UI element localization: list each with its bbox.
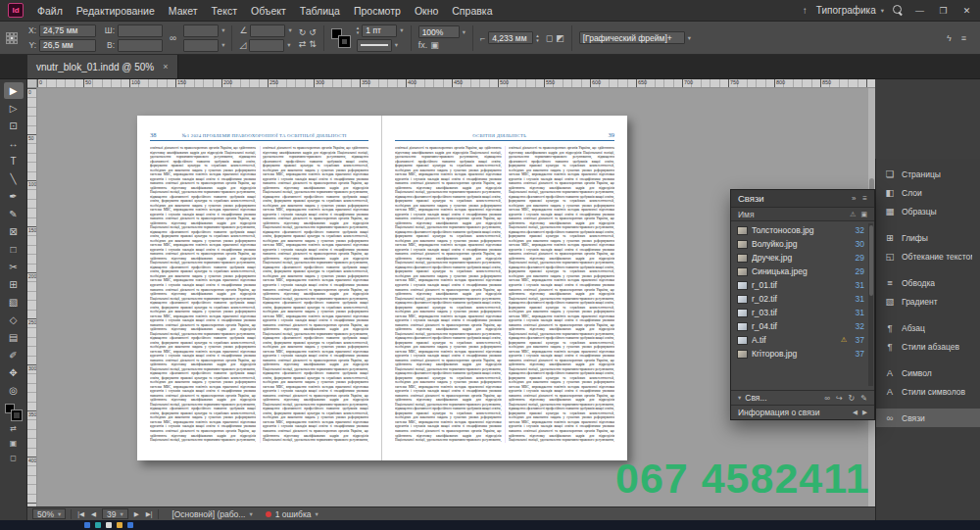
link-row[interactable]: A.tif ⚠ 37 <box>731 333 874 347</box>
link-page-number[interactable]: 31 <box>851 294 864 304</box>
gpu-performance-icon[interactable]: ϟ <box>947 33 952 43</box>
first-page-button[interactable]: |◀ <box>76 510 85 518</box>
chevron-down-icon[interactable]: ▾ <box>400 26 403 34</box>
scissors-tool[interactable]: ✂ <box>4 259 24 275</box>
link-row[interactable]: Толстоносов.jpg ⚠ 32 <box>731 223 874 237</box>
rotation-angle-field[interactable] <box>250 24 285 37</box>
gradient-feather-tool[interactable]: ◇ <box>4 312 24 328</box>
menu-edit[interactable]: Редактирование <box>70 0 162 22</box>
drop-shadow-icon[interactable]: ▣ <box>430 40 439 50</box>
modified-warning-icon[interactable]: ⚠ <box>841 336 847 344</box>
link-row[interactable]: r_01.tif ⚠ 31 <box>731 278 874 292</box>
link-page-number[interactable]: 37 <box>851 349 864 359</box>
minimize-button[interactable]: — <box>912 6 927 16</box>
link-section-label[interactable]: Свя... <box>745 393 766 403</box>
link-row[interactable]: Дручек.jpg ⚠ 29 <box>731 251 874 265</box>
panel-menu-icon[interactable]: ≡ <box>961 33 966 43</box>
menu-view[interactable]: Просмотр <box>347 0 408 22</box>
text-wrap-icon[interactable]: ◩ <box>556 33 564 43</box>
workspace-switcher[interactable]: Типографика▾ <box>816 5 884 16</box>
dock-gradient[interactable]: ▧ Градиент <box>876 292 980 311</box>
chevron-down-icon[interactable]: ▾ <box>738 394 741 402</box>
dock-pages[interactable]: ❏ Страницы <box>876 165 980 183</box>
menu-layout[interactable]: Макет <box>162 0 205 22</box>
dock-paragraph[interactable]: ¶ Абзац <box>876 318 980 337</box>
status-column-icon[interactable]: ⚠ <box>850 211 856 218</box>
effects-icon[interactable]: fx. <box>418 40 428 50</box>
direct-selection-tool[interactable]: ▷ <box>4 100 24 117</box>
dock-character[interactable]: A Символ <box>876 363 980 382</box>
update-link-icon[interactable]: ↻ <box>849 394 856 403</box>
horizontal-ruler[interactable]: 0501001502002503003504004505005506006507… <box>37 79 875 88</box>
link-page-number[interactable]: 31 <box>851 308 864 317</box>
dock-stroke[interactable]: ≡ Обводка <box>876 273 980 292</box>
dock-swatches[interactable]: ▦ Образцы <box>876 202 980 220</box>
collapse-panel-icon[interactable]: » <box>852 194 856 203</box>
menu-file[interactable]: Файл <box>30 0 70 22</box>
links-column-header[interactable]: Имя ⚠ ▣ <box>731 208 874 221</box>
link-row[interactable]: Волуйко.jpg ⚠ 30 <box>731 237 874 251</box>
link-page-number[interactable]: 29 <box>851 253 864 263</box>
constrain-proportions-icon[interactable]: ∞ <box>170 32 176 43</box>
zoom-tool[interactable]: ◎ <box>4 382 24 399</box>
link-page-number[interactable]: 32 <box>851 225 864 235</box>
free-transform-tool[interactable]: ⊞ <box>4 276 24 293</box>
scale-x-field[interactable] <box>183 24 219 37</box>
link-row[interactable]: Кгіторов.jpg ⚠ 37 <box>731 347 874 361</box>
chevron-down-icon[interactable]: ▾ <box>287 41 290 49</box>
dock-layers[interactable]: ◧ Слои <box>876 183 980 202</box>
links-scrollbar[interactable] <box>868 223 873 386</box>
apply-color-icon[interactable]: ▣ <box>4 437 24 450</box>
goto-link-icon[interactable]: ↪ <box>836 394 843 403</box>
menu-help[interactable]: Справка <box>445 0 499 22</box>
chevron-down-icon[interactable]: ▾ <box>463 28 466 36</box>
link-row[interactable]: Синицька.jpeg ⚠ 29 <box>731 265 874 278</box>
stroke-type-select[interactable] <box>357 39 392 52</box>
links-panel-header[interactable]: Связи » ≡ <box>731 190 874 208</box>
pen-tool[interactable]: ✒ <box>4 188 24 205</box>
type-tool[interactable]: T <box>4 153 24 169</box>
rotate-cw-icon[interactable]: ↻ <box>299 27 307 37</box>
vertical-ruler[interactable]: 050100150200250300350400 <box>27 88 37 506</box>
swap-fill-stroke-icon[interactable]: ⇄ <box>4 422 24 435</box>
note-tool[interactable]: ▤ <box>4 329 24 346</box>
scale-y-field[interactable] <box>183 39 219 52</box>
chevron-down-icon[interactable]: ▾ <box>395 41 398 49</box>
chevron-down-icon[interactable]: ▾ <box>221 41 224 49</box>
gradient-swatch-tool[interactable]: ▧ <box>4 294 24 311</box>
rectangle-tool[interactable]: □ <box>4 241 24 258</box>
stroke-swatch[interactable] <box>339 36 350 47</box>
page-tool[interactable]: ⊡ <box>4 118 24 134</box>
taskbar-app-5[interactable] <box>127 522 133 528</box>
link-row[interactable]: r_02.tif ⚠ 31 <box>731 292 874 306</box>
menu-object[interactable]: Объект <box>244 0 293 22</box>
rotate-ccw-icon[interactable]: ↺ <box>309 27 317 37</box>
search-icon[interactable] <box>893 5 904 16</box>
chevron-down-icon[interactable]: ▾ <box>688 34 691 42</box>
link-page-number[interactable]: 37 <box>851 335 864 345</box>
dock-links[interactable]: ∞ Связи <box>876 409 980 427</box>
link-page-number[interactable]: 31 <box>851 280 864 290</box>
shear-angle-field[interactable] <box>249 39 284 52</box>
menu-table[interactable]: Таблица <box>293 0 347 22</box>
line-tool[interactable]: ╲ <box>4 170 24 187</box>
gap-tool[interactable]: ↔ <box>4 135 24 152</box>
selection-tool[interactable]: ▶ <box>4 82 24 99</box>
panel-menu-icon[interactable]: ≡ <box>862 194 867 203</box>
dock-character-styles[interactable]: A Стили символов <box>876 382 980 401</box>
dock-paragraph-styles[interactable]: ¶ Стили абзацев <box>876 337 980 356</box>
chevron-down-icon[interactable]: ▾ <box>221 26 224 34</box>
restore-button[interactable]: ❐ <box>936 6 951 16</box>
rectangle-frame-tool[interactable]: ⊠ <box>4 223 24 240</box>
no-text-wrap-icon[interactable]: ◻ <box>546 33 553 43</box>
height-field[interactable] <box>118 39 163 52</box>
ruler-origin[interactable] <box>27 79 37 88</box>
flip-vertical-icon[interactable]: ⇅ <box>309 39 317 49</box>
close-button[interactable]: ✕ <box>959 6 974 16</box>
opacity-field[interactable]: 100% <box>418 25 460 38</box>
link-row[interactable]: r_04.tif ⚠ 32 <box>731 319 874 333</box>
prev-page-button[interactable]: ◀ <box>90 510 97 518</box>
next-link-icon[interactable]: ▶ <box>862 409 867 416</box>
chevron-down-icon[interactable]: ▾ <box>288 26 291 34</box>
taskbar-app-1[interactable] <box>84 522 90 528</box>
